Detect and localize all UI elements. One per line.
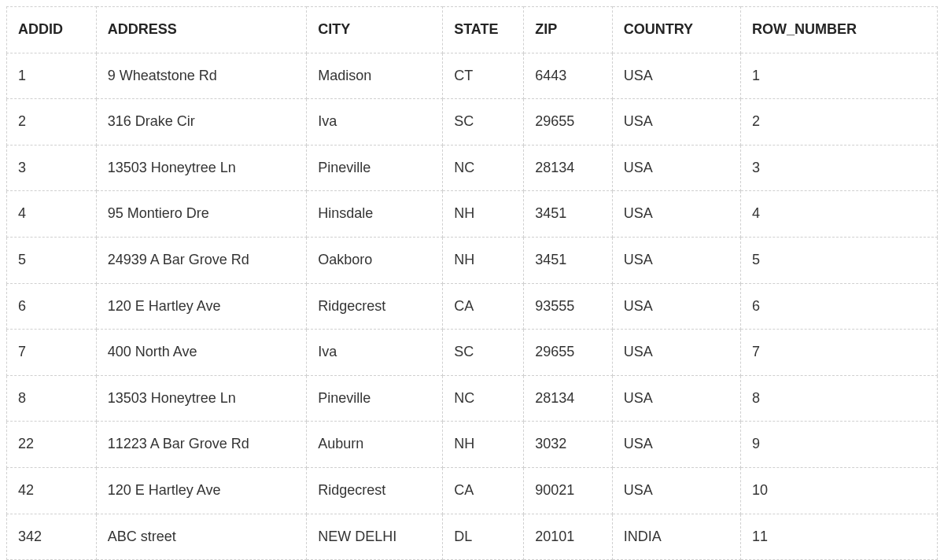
cell-row_number: 5	[741, 237, 938, 283]
col-header-zip: ZIP	[524, 7, 612, 53]
cell-address: 95 Montiero Dre	[96, 191, 307, 238]
cell-row_number: 8	[741, 375, 938, 422]
table-row: 42120 E Hartley AveRidgecrestCA90021USA1…	[7, 467, 938, 514]
cell-zip: 28134	[524, 375, 612, 422]
cell-city: NEW DELHI	[307, 514, 443, 560]
cell-city: Iva	[307, 99, 443, 146]
cell-zip: 6443	[524, 53, 612, 99]
cell-addid: 6	[7, 283, 97, 330]
cell-state: NC	[443, 145, 524, 191]
cell-country: INDIA	[612, 514, 740, 560]
table-row: 813503 Honeytree LnPinevilleNC28134USA8	[7, 375, 938, 422]
cell-address: 24939 A Bar Grove Rd	[96, 237, 307, 283]
cell-zip: 3451	[524, 237, 612, 283]
table-body: 19 Wheatstone RdMadisonCT6443USA12316 Dr…	[7, 53, 938, 560]
cell-address: 13503 Honeytree Ln	[96, 145, 307, 191]
table-row: 313503 Honeytree LnPinevilleNC28134USA3	[7, 145, 938, 191]
cell-address: 120 E Hartley Ave	[96, 467, 307, 514]
cell-zip: 28134	[524, 145, 612, 191]
cell-city: Hinsdale	[307, 191, 443, 238]
table-row: 7400 North AveIvaSC29655USA7	[7, 330, 938, 376]
cell-country: USA	[612, 99, 740, 146]
cell-country: USA	[612, 330, 740, 376]
cell-state: NH	[443, 237, 524, 283]
cell-zip: 90021	[524, 467, 612, 514]
table-header: ADDID ADDRESS CITY STATE ZIP COUNTRY ROW…	[7, 7, 938, 53]
cell-country: USA	[612, 191, 740, 238]
cell-country: USA	[612, 237, 740, 283]
cell-zip: 3451	[524, 191, 612, 238]
cell-zip: 20101	[524, 514, 612, 560]
cell-row_number: 3	[741, 145, 938, 191]
table-row: 2316 Drake CirIvaSC29655USA2	[7, 99, 938, 146]
cell-row_number: 2	[741, 99, 938, 146]
cell-addid: 4	[7, 191, 97, 238]
cell-country: USA	[612, 283, 740, 330]
cell-state: CA	[443, 467, 524, 514]
cell-addid: 8	[7, 375, 97, 422]
cell-country: USA	[612, 145, 740, 191]
cell-row_number: 10	[741, 467, 938, 514]
cell-address: 400 North Ave	[96, 330, 307, 376]
cell-city: Madison	[307, 53, 443, 99]
cell-state: NC	[443, 375, 524, 422]
cell-address: 316 Drake Cir	[96, 99, 307, 146]
cell-address: 120 E Hartley Ave	[96, 283, 307, 330]
cell-row_number: 7	[741, 330, 938, 376]
cell-row_number: 9	[741, 422, 938, 468]
cell-row_number: 11	[741, 514, 938, 560]
table-row: 342ABC streetNEW DELHIDL20101INDIA11	[7, 514, 938, 560]
cell-city: Ridgecrest	[307, 467, 443, 514]
cell-city: Pineville	[307, 375, 443, 422]
cell-city: Auburn	[307, 422, 443, 468]
cell-address: 13503 Honeytree Ln	[96, 375, 307, 422]
cell-zip: 3032	[524, 422, 612, 468]
cell-state: CT	[443, 53, 524, 99]
cell-addid: 22	[7, 422, 97, 468]
cell-country: USA	[612, 53, 740, 99]
cell-addid: 3	[7, 145, 97, 191]
cell-row_number: 1	[741, 53, 938, 99]
table-row: 2211223 A Bar Grove RdAuburnNH3032USA9	[7, 422, 938, 468]
cell-country: USA	[612, 422, 740, 468]
table-header-row: ADDID ADDRESS CITY STATE ZIP COUNTRY ROW…	[7, 7, 938, 53]
cell-address: ABC street	[96, 514, 307, 560]
cell-addid: 2	[7, 99, 97, 146]
col-header-city: CITY	[307, 7, 443, 53]
cell-city: Ridgecrest	[307, 283, 443, 330]
cell-country: USA	[612, 375, 740, 422]
cell-addid: 7	[7, 330, 97, 376]
col-header-country: COUNTRY	[612, 7, 740, 53]
cell-addid: 1	[7, 53, 97, 99]
cell-row_number: 6	[741, 283, 938, 330]
cell-addid: 42	[7, 467, 97, 514]
cell-state: DL	[443, 514, 524, 560]
col-header-state: STATE	[443, 7, 524, 53]
cell-city: Oakboro	[307, 237, 443, 283]
cell-zip: 29655	[524, 99, 612, 146]
address-table: ADDID ADDRESS CITY STATE ZIP COUNTRY ROW…	[6, 6, 938, 560]
cell-row_number: 4	[741, 191, 938, 238]
cell-state: SC	[443, 99, 524, 146]
table-row: 19 Wheatstone RdMadisonCT6443USA1	[7, 53, 938, 99]
cell-city: Iva	[307, 330, 443, 376]
cell-state: CA	[443, 283, 524, 330]
cell-zip: 93555	[524, 283, 612, 330]
col-header-row-number: ROW_NUMBER	[741, 7, 938, 53]
col-header-address: ADDRESS	[96, 7, 307, 53]
cell-city: Pineville	[307, 145, 443, 191]
table-row: 495 Montiero DreHinsdaleNH3451USA4	[7, 191, 938, 238]
col-header-addid: ADDID	[7, 7, 97, 53]
cell-state: NH	[443, 422, 524, 468]
cell-state: NH	[443, 191, 524, 238]
cell-address: 9 Wheatstone Rd	[96, 53, 307, 99]
cell-addid: 342	[7, 514, 97, 560]
cell-zip: 29655	[524, 330, 612, 376]
cell-country: USA	[612, 467, 740, 514]
cell-state: SC	[443, 330, 524, 376]
cell-addid: 5	[7, 237, 97, 283]
cell-address: 11223 A Bar Grove Rd	[96, 422, 307, 468]
table-row: 524939 A Bar Grove RdOakboroNH3451USA5	[7, 237, 938, 283]
table-row: 6120 E Hartley AveRidgecrestCA93555USA6	[7, 283, 938, 330]
